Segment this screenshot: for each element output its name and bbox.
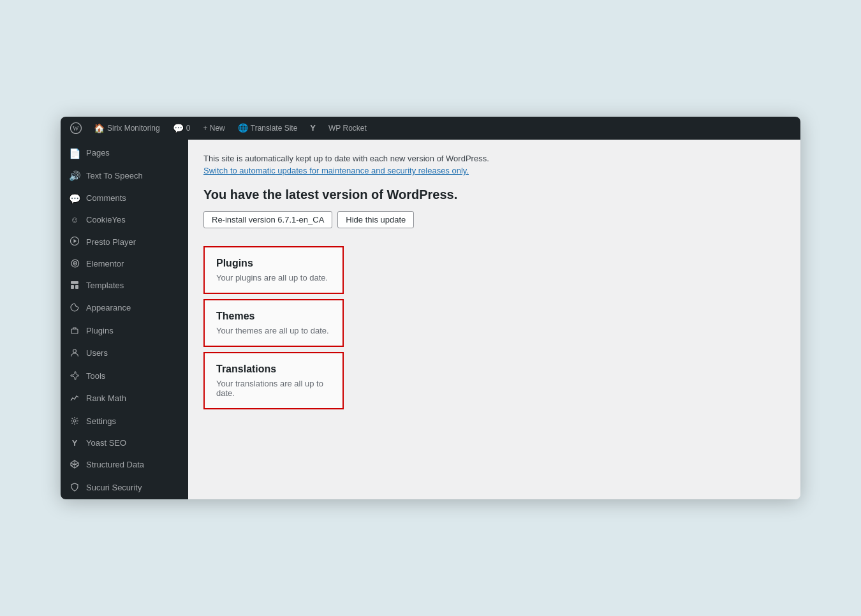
comments-sidebar-icon: 💬 bbox=[68, 193, 81, 205]
comments-link[interactable]: 💬 0 bbox=[168, 121, 196, 136]
notice-text: This site is automatically kept up to da… bbox=[203, 154, 489, 163]
themes-section: Themes Your themes are all up to date. bbox=[203, 299, 344, 347]
text-to-speech-icon: 🔊 bbox=[68, 170, 81, 182]
sidebar-item-presto-player[interactable]: Presto Player bbox=[61, 231, 188, 254]
settings-icon bbox=[68, 416, 81, 429]
sidebar-label-structured-data: Structured Data bbox=[86, 460, 144, 471]
svg-rect-7 bbox=[71, 329, 78, 334]
plugins-section: Plugins Your plugins are all up to date. bbox=[203, 246, 344, 294]
sidebar-label-templates: Templates bbox=[86, 281, 124, 291]
sidebar-label-settings: Settings bbox=[86, 416, 116, 427]
tools-icon bbox=[68, 370, 81, 383]
hide-update-button[interactable]: Hide this update bbox=[337, 211, 414, 228]
plugins-section-title: Plugins bbox=[216, 258, 331, 269]
site-name-link[interactable]: 🏠 Sirix Monitoring bbox=[89, 121, 165, 136]
sidebar-item-users[interactable]: Users bbox=[61, 342, 188, 365]
sidebar-label-pages: Pages bbox=[86, 148, 110, 159]
sidebar-item-elementor[interactable]: ⓔ Elementor bbox=[61, 254, 188, 275]
wp-rocket-link[interactable]: WP Rocket bbox=[323, 121, 372, 135]
wp-rocket-label: WP Rocket bbox=[328, 124, 367, 133]
yoast-icon: Y bbox=[310, 123, 316, 133]
svg-text:W: W bbox=[73, 125, 79, 132]
sidebar-label-cookieyes: CookieYes bbox=[86, 215, 126, 226]
sidebar-label-appearance: Appearance bbox=[86, 303, 131, 314]
svg-marker-3 bbox=[74, 239, 77, 243]
plugins-section-text: Your plugins are all up to date. bbox=[216, 273, 331, 282]
sidebar-item-yoast-seo[interactable]: Y Yoast SEO bbox=[61, 433, 188, 454]
sidebar-label-elementor: Elementor bbox=[86, 259, 124, 270]
sidebar-label-sucuri-security: Sucuri Security bbox=[86, 483, 142, 494]
sidebar-item-plugins[interactable]: Plugins bbox=[61, 320, 188, 343]
sidebar-label-plugins: Plugins bbox=[86, 326, 114, 337]
sidebar-item-sucuri-security[interactable]: Sucuri Security bbox=[61, 477, 188, 500]
yoast-link[interactable]: Y bbox=[305, 121, 321, 135]
sidebar-item-tools[interactable]: Tools bbox=[61, 365, 188, 388]
sidebar-item-structured-data[interactable]: Structured Data bbox=[61, 454, 188, 477]
home-icon: 🏠 bbox=[94, 123, 105, 133]
templates-icon bbox=[68, 280, 81, 293]
new-label: + New bbox=[203, 124, 224, 133]
sidebar-label-tools: Tools bbox=[86, 371, 105, 382]
plugins-icon bbox=[68, 325, 81, 338]
translate-icon: 🌐 bbox=[238, 123, 248, 133]
update-notice: This site is automatically kept up to da… bbox=[203, 152, 785, 177]
sidebar-item-text-to-speech[interactable]: 🔊 Text To Speech bbox=[61, 165, 188, 187]
sidebar-label-yoast-seo: Yoast SEO bbox=[86, 438, 126, 449]
cookieyes-icon: ☺ bbox=[68, 215, 81, 226]
comments-count: 0 bbox=[186, 124, 191, 133]
reinstall-button[interactable]: Re-install version 6.7.1-en_CA bbox=[203, 211, 332, 228]
sidebar-label-users: Users bbox=[86, 348, 108, 359]
sidebar-label-text-to-speech: Text To Speech bbox=[86, 171, 143, 182]
sidebar-item-templates[interactable]: Templates bbox=[61, 275, 188, 298]
appearance-icon bbox=[68, 302, 81, 315]
sidebar-item-rank-math[interactable]: Rank Math bbox=[61, 388, 188, 411]
sidebar-item-appearance[interactable]: Appearance bbox=[61, 297, 188, 320]
sidebar: 📄 Pages 🔊 Text To Speech 💬 Comments ☺ Co… bbox=[61, 140, 188, 499]
sidebar-label-comments: Comments bbox=[86, 193, 126, 204]
notice-link[interactable]: Switch to automatic updates for maintena… bbox=[203, 166, 469, 175]
svg-point-8 bbox=[73, 349, 77, 353]
sidebar-label-presto-player: Presto Player bbox=[86, 237, 136, 248]
svg-rect-6 bbox=[75, 285, 78, 289]
svg-rect-5 bbox=[71, 285, 74, 289]
wp-logo[interactable]: W bbox=[66, 118, 86, 138]
users-icon bbox=[68, 348, 81, 360]
site-name-label: Sirix Monitoring bbox=[107, 124, 160, 133]
sucuri-icon bbox=[68, 482, 81, 495]
translations-section: Translations Your translations are all u… bbox=[203, 352, 344, 409]
translate-site-link[interactable]: 🌐 Translate Site bbox=[233, 121, 303, 135]
yoast-seo-icon: Y bbox=[68, 438, 81, 449]
sidebar-item-comments[interactable]: 💬 Comments bbox=[61, 187, 188, 210]
rank-math-icon bbox=[68, 393, 81, 406]
main-content: This site is automatically kept up to da… bbox=[188, 140, 800, 499]
comments-icon: 💬 bbox=[173, 123, 184, 133]
browser-window: W 🏠 Sirix Monitoring 💬 0 + New 🌐 Transla… bbox=[61, 117, 800, 499]
themes-section-title: Themes bbox=[216, 311, 331, 322]
svg-rect-4 bbox=[71, 281, 78, 284]
action-buttons: Re-install version 6.7.1-en_CA Hide this… bbox=[203, 211, 785, 228]
latest-version-message: You have the latest version of WordPress… bbox=[203, 187, 785, 202]
sidebar-item-cookieyes[interactable]: ☺ CookieYes bbox=[61, 210, 188, 231]
new-content-link[interactable]: + New bbox=[198, 121, 230, 135]
themes-section-text: Your themes are all up to date. bbox=[216, 326, 331, 335]
structured-data-icon bbox=[68, 459, 81, 472]
svg-point-9 bbox=[73, 420, 76, 422]
sidebar-label-rank-math: Rank Math bbox=[86, 393, 126, 404]
pages-icon: 📄 bbox=[68, 147, 81, 160]
translations-section-title: Translations bbox=[216, 363, 331, 375]
sidebar-item-settings[interactable]: Settings bbox=[61, 411, 188, 434]
translate-label: Translate Site bbox=[251, 124, 298, 133]
elementor-icon: ⓔ bbox=[68, 259, 81, 270]
admin-bar: W 🏠 Sirix Monitoring 💬 0 + New 🌐 Transla… bbox=[61, 117, 800, 140]
wp-layout: 📄 Pages 🔊 Text To Speech 💬 Comments ☺ Co… bbox=[61, 140, 800, 499]
translations-section-text: Your translations are all up to date. bbox=[216, 379, 331, 398]
sidebar-item-pages[interactable]: 📄 Pages bbox=[61, 142, 188, 165]
presto-player-icon bbox=[68, 236, 81, 249]
